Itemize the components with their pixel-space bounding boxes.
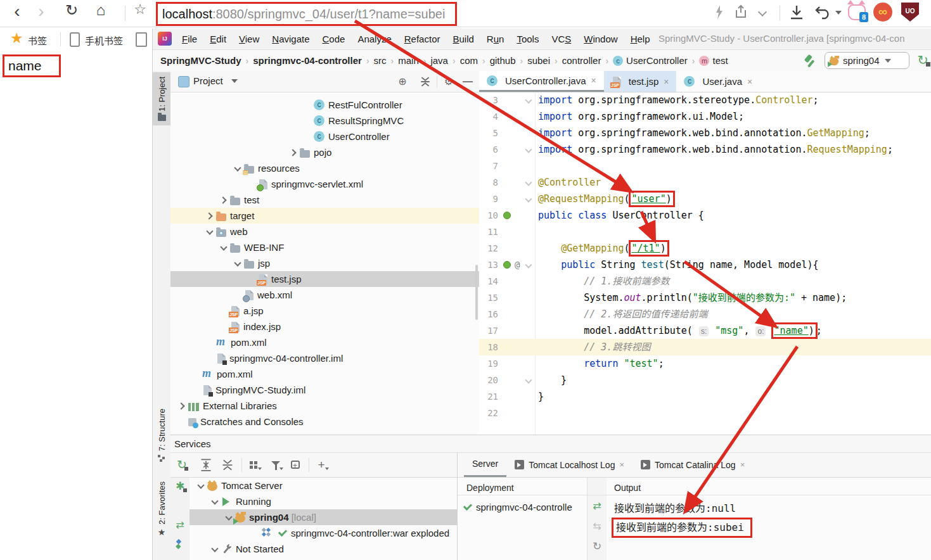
menu-view[interactable]: View xyxy=(233,34,266,44)
cat-extension-icon[interactable]: 8 xyxy=(847,3,866,20)
fold-marker-icon[interactable] xyxy=(525,195,532,202)
breadcrumb-springmvc-study[interactable]: SpringMVC-Study xyxy=(160,55,241,66)
hide-panel-icon[interactable]: — xyxy=(462,76,473,87)
build-service-icon[interactable]: ✱ xyxy=(174,481,186,492)
code-line-16[interactable]: 16 // 2.将返回的值传递给前端 xyxy=(479,306,931,322)
service-item-springmvc-04-controller-war-exploded[interactable]: springmvc-04-controller:war exploded xyxy=(189,525,457,541)
code-line-15[interactable]: 15 System.out.println("接收到前端的参数为:" + nam… xyxy=(479,290,931,306)
sidebar-tab-favorites[interactable]: 2: Favorites ★ xyxy=(153,477,170,541)
menu-file[interactable]: File xyxy=(176,34,203,44)
code-line-20[interactable]: 20 } xyxy=(479,372,931,388)
home-icon[interactable]: ⌂ xyxy=(90,1,112,19)
share-icon[interactable] xyxy=(734,4,748,20)
deploy-arrows-icon[interactable]: ⇄ xyxy=(174,519,186,531)
spring-bean-icon[interactable] xyxy=(503,261,511,269)
code-line-8[interactable]: 8@Controller xyxy=(479,174,931,191)
services-tab-tomcat-catalina-log[interactable]: Tomcat Catalina Log× xyxy=(632,452,753,477)
project-item-index-jsp[interactable]: index.jsp xyxy=(170,319,479,334)
close-icon[interactable]: × xyxy=(740,460,745,469)
menu-tools[interactable]: Tools xyxy=(510,34,545,44)
editor-tab-usercontroller-java[interactable]: UserController.java× xyxy=(479,71,604,92)
refresh-icon[interactable]: ↻ xyxy=(61,1,82,19)
run-configuration-select[interactable]: spring04 xyxy=(825,52,909,69)
locate-file-icon[interactable]: ⊕ xyxy=(397,76,408,87)
undo-icon[interactable] xyxy=(814,5,831,20)
fold-marker-icon[interactable] xyxy=(525,146,532,153)
menu-analyze[interactable]: Analyze xyxy=(351,34,397,44)
code-line-6[interactable]: 6import org.springframework.web.bind.ann… xyxy=(479,141,931,158)
chevron-down-icon[interactable] xyxy=(758,8,767,16)
lightning-icon[interactable] xyxy=(714,4,725,20)
menu-edit[interactable]: Edit xyxy=(203,34,233,44)
bookmark-folder-icon[interactable] xyxy=(136,32,147,47)
project-item-restfulcontroller[interactable]: RestFulController xyxy=(170,97,479,113)
bookmark-item[interactable]: 书签 xyxy=(28,34,47,47)
menu-code[interactable]: Code xyxy=(316,34,352,44)
chevron-down-icon[interactable] xyxy=(210,544,221,555)
favorite-star-icon[interactable]: ☆ xyxy=(129,1,151,18)
chevron-right-icon[interactable] xyxy=(288,147,300,158)
breadcrumb-com[interactable]: com xyxy=(460,55,478,66)
chevron-right-icon[interactable] xyxy=(205,210,216,222)
project-view-caret-icon[interactable] xyxy=(231,79,238,83)
project-item-usercontroller[interactable]: UserController xyxy=(170,129,479,144)
breadcrumb-java[interactable]: java xyxy=(430,55,448,66)
project-item-resources[interactable]: resources xyxy=(170,160,479,176)
services-diamond-icon[interactable] xyxy=(174,538,186,550)
code-line-22[interactable]: 22 xyxy=(479,405,931,421)
code-line-21[interactable]: 21} xyxy=(479,388,931,405)
project-item-web[interactable]: web xyxy=(170,224,479,239)
services-panel-title[interactable]: Services xyxy=(174,438,211,449)
project-item-pom-xml[interactable]: pom.xml xyxy=(170,334,479,350)
project-panel-title[interactable]: Project xyxy=(193,75,223,86)
group-by-icon[interactable] xyxy=(248,459,260,471)
code-line-7[interactable]: 7 xyxy=(479,158,931,174)
code-line-5[interactable]: 5import org.springframework.web.bind.ann… xyxy=(479,125,931,141)
chevron-down-icon[interactable] xyxy=(210,496,221,507)
deploy-icon[interactable]: ⇄ xyxy=(591,500,603,512)
bookmark-item[interactable]: 手机书签 xyxy=(85,34,123,47)
project-item-scratches-and-consoles[interactable]: Scratches and Consoles xyxy=(170,414,479,430)
breadcrumb-springmvc-04-controller[interactable]: springmvc-04-controller xyxy=(253,55,362,66)
deployment-item[interactable]: springmvc-04-controlle xyxy=(463,502,587,512)
code-line-18[interactable]: 18 // 3.跳转视图 xyxy=(479,339,931,355)
project-item-springmvc-04-controller-iml[interactable]: springmvc-04-controller.iml xyxy=(170,350,479,366)
code-line-10[interactable]: 10public class UserController { xyxy=(479,207,931,224)
fold-marker-icon[interactable] xyxy=(525,261,532,268)
service-item-not-started[interactable]: Not Started xyxy=(189,541,457,557)
service-item-spring04[interactable]: spring04 [local] xyxy=(189,509,457,525)
close-icon[interactable]: × xyxy=(664,77,669,87)
download-icon[interactable] xyxy=(788,4,805,22)
url-bar[interactable]: localhost:8080/springmvc_04/user/t1?name… xyxy=(156,2,457,26)
back-icon[interactable]: ‹ xyxy=(6,1,28,22)
menu-run[interactable]: Run xyxy=(480,34,511,44)
forward-icon[interactable]: › xyxy=(30,1,52,22)
rerun-server-icon[interactable]: ↻ xyxy=(176,459,188,471)
code-line-3[interactable]: 3import org.springframework.stereotype.C… xyxy=(479,92,931,108)
gear-icon[interactable]: ⚙ xyxy=(443,76,454,87)
project-item-web-inf[interactable]: WEB-INF xyxy=(170,239,479,255)
build-hammer-icon[interactable] xyxy=(804,54,818,68)
project-item-target[interactable]: target xyxy=(170,208,479,224)
project-item-test-jsp[interactable]: test.jsp xyxy=(170,271,479,287)
menu-build[interactable]: Build xyxy=(446,34,480,44)
project-item-springmvc-servlet-xml[interactable]: springmvc-servlet.xml xyxy=(170,176,479,192)
chevron-down-icon[interactable] xyxy=(196,480,207,492)
project-item-resultspringmvc[interactable]: ResultSpringMVC xyxy=(170,113,479,129)
expand-all-icon[interactable] xyxy=(200,459,212,471)
undeploy-icon[interactable]: ⇆ xyxy=(591,521,603,532)
annotation-gutter-icon[interactable]: @ xyxy=(515,257,520,273)
scrollbar-thumb[interactable] xyxy=(475,265,478,320)
breadcrumb-src[interactable]: src xyxy=(374,55,387,66)
menu-navigate[interactable]: Navigate xyxy=(266,34,316,44)
chevron-down-icon[interactable] xyxy=(219,242,230,253)
breadcrumb-controller[interactable]: controller xyxy=(562,55,601,66)
fold-marker-icon[interactable] xyxy=(525,96,532,103)
code-line-12[interactable]: 12 @GetMapping("/t1") xyxy=(479,240,931,257)
menu-refactor[interactable]: Refactor xyxy=(398,34,447,44)
services-tab-server[interactable]: Server xyxy=(464,452,506,477)
rerun-button[interactable]: ↻ xyxy=(916,53,930,67)
chevron-down-icon[interactable] xyxy=(233,258,244,269)
sidebar-tab-structure[interactable]: 7: Structure xyxy=(153,404,170,466)
stop-icon[interactable] xyxy=(174,500,186,512)
